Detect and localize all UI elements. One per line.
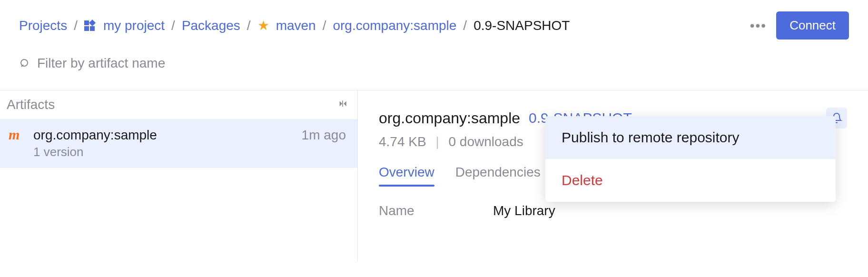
breadcrumb-project[interactable]: my project xyxy=(103,18,165,33)
artifact-time: 1m ago xyxy=(302,128,346,143)
package-size: 4.74 KB xyxy=(379,134,426,149)
package-actions-menu: Publish to remote repository Delete xyxy=(545,116,836,202)
package-downloads: 0 downloads xyxy=(448,134,523,149)
breadcrumb-sep: / xyxy=(323,18,326,33)
breadcrumb-package[interactable]: org.company:sample xyxy=(333,18,456,33)
breadcrumb-repo[interactable]: maven xyxy=(276,18,316,33)
package-name: org.company:sample xyxy=(379,109,520,127)
tab-dependencies[interactable]: Dependencies xyxy=(455,165,541,186)
breadcrumb-sep: / xyxy=(463,18,467,33)
breadcrumb-sep: / xyxy=(171,18,175,33)
breadcrumb-packages[interactable]: Packages xyxy=(182,18,240,33)
collapse-panel-icon[interactable] xyxy=(335,99,348,111)
artifacts-title: Artifacts xyxy=(7,97,55,112)
artifact-row[interactable]: m org.company:sample 1 version 1m ago xyxy=(0,119,357,168)
filter-input[interactable] xyxy=(37,56,323,71)
detail-label-name: Name xyxy=(379,203,474,218)
detail-value-name: My Library xyxy=(493,203,555,218)
project-icon xyxy=(84,20,97,32)
more-icon[interactable]: ••• xyxy=(744,16,772,35)
breadcrumb-sep: / xyxy=(247,18,251,33)
breadcrumb-sep: / xyxy=(74,18,78,33)
maven-icon: m xyxy=(9,128,25,142)
search-icon xyxy=(19,58,30,69)
breadcrumb: Projects / my project / Packages / ★ mav… xyxy=(19,18,740,33)
artifact-name: org.company:sample xyxy=(33,128,293,143)
svg-rect-2 xyxy=(342,100,343,107)
svg-point-0 xyxy=(21,59,28,66)
tab-overview[interactable]: Overview xyxy=(379,165,434,186)
breadcrumb-projects[interactable]: Projects xyxy=(19,18,67,33)
menu-item-publish[interactable]: Publish to remote repository xyxy=(545,116,836,159)
menu-item-delete[interactable]: Delete xyxy=(545,159,836,202)
breadcrumb-version: 0.9-SNAPSHOT xyxy=(473,18,570,33)
artifact-versions: 1 version xyxy=(33,145,293,159)
star-icon: ★ xyxy=(257,19,269,32)
connect-button[interactable]: Connect xyxy=(776,11,849,40)
